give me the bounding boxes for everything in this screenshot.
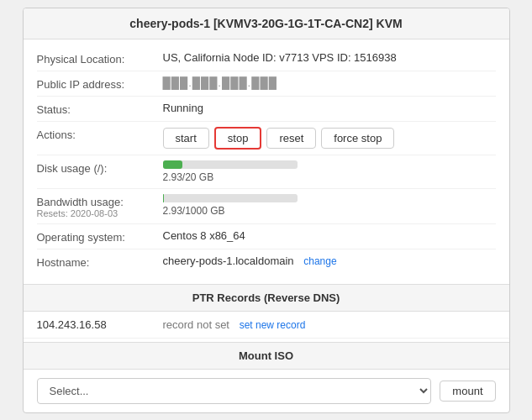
hostname-label: Hostname:	[37, 255, 163, 269]
disk-label: Disk usage (/):	[37, 160, 163, 175]
os-row: Operating system: Centos 8 x86_64	[37, 224, 496, 249]
ptr-ip: 104.243.16.58	[37, 318, 163, 331]
os-label: Operating system:	[37, 229, 163, 244]
bandwidth-resets: Resets: 2020-08-03	[37, 208, 163, 218]
disk-value-container: 2.93/20 GB	[163, 160, 496, 183]
ptr-section-title: PTR Records (Reverse DNS)	[24, 284, 509, 312]
bandwidth-label: Bandwidth usage:	[37, 196, 163, 208]
os-value: Centos 8 x86_64	[163, 229, 496, 242]
ptr-record-value: record not set set new record	[163, 318, 496, 331]
start-button[interactable]: start	[163, 128, 209, 149]
iso-select[interactable]: Select...	[37, 378, 432, 404]
change-hostname-link[interactable]: change	[303, 255, 336, 267]
physical-location-label: Physical Location:	[37, 51, 163, 66]
actions-label: Actions:	[37, 127, 163, 141]
ptr-row: 104.243.16.58 record not set set new rec…	[24, 312, 509, 339]
status-value: Running	[163, 102, 496, 114]
title-text: cheery-pods-1 [KVMV3-20G-1G-1T-CA-CN2] K…	[129, 17, 402, 30]
mount-button[interactable]: mount	[440, 381, 495, 402]
bandwidth-value-container: 2.93/1000 GB	[163, 194, 496, 217]
bandwidth-row: Bandwidth usage: Resets: 2020-08-03 2.93…	[37, 189, 496, 224]
public-ip-row: Public IP address: ███.███.███.███	[37, 71, 496, 97]
public-ip-value: ███.███.███.███	[163, 76, 496, 89]
disk-usage-row: Disk usage (/): 2.93/20 GB	[37, 155, 496, 189]
disk-progress-fill	[163, 160, 182, 169]
main-panel: cheery-pods-1 [KVMV3-20G-1G-1T-CA-CN2] K…	[23, 8, 510, 413]
disk-text: 2.93/20 GB	[163, 171, 496, 183]
hostname-value: cheery-pods-1.localdomain	[163, 255, 294, 267]
physical-location-value: US, California Node ID: v7713 VPS ID: 15…	[163, 51, 496, 64]
stop-button[interactable]: stop	[214, 127, 262, 150]
masked-ip: ███.███.███.███	[163, 76, 277, 89]
info-table: Physical Location: US, California Node I…	[24, 39, 509, 281]
set-new-record-link[interactable]: set new record	[240, 319, 306, 331]
actions-container: start stop reset force stop	[163, 127, 496, 150]
bandwidth-progress-bar	[163, 194, 298, 202]
bandwidth-label-col: Bandwidth usage: Resets: 2020-08-03	[37, 194, 163, 218]
disk-progress-bar	[163, 160, 298, 169]
actions-row: Actions: start stop reset force stop	[37, 122, 496, 155]
mount-section: Select... mount	[24, 370, 509, 412]
reset-button[interactable]: reset	[266, 128, 316, 149]
public-ip-label: Public IP address:	[37, 76, 163, 91]
physical-location-row: Physical Location: US, California Node I…	[37, 46, 496, 71]
bandwidth-text: 2.93/1000 GB	[163, 205, 496, 217]
panel-title: cheery-pods-1 [KVMV3-20G-1G-1T-CA-CN2] K…	[24, 8, 509, 39]
iso-select-wrapper: Select...	[37, 378, 432, 404]
force-stop-button[interactable]: force stop	[321, 128, 394, 149]
hostname-value-container: cheery-pods-1.localdomain change	[163, 255, 496, 267]
status-label: Status:	[37, 102, 163, 116]
ptr-record-text: record not set	[163, 318, 230, 331]
mount-section-title: Mount ISO	[24, 342, 509, 370]
hostname-row: Hostname: cheery-pods-1.localdomain chan…	[37, 249, 496, 274]
status-row: Status: Running	[37, 97, 496, 122]
